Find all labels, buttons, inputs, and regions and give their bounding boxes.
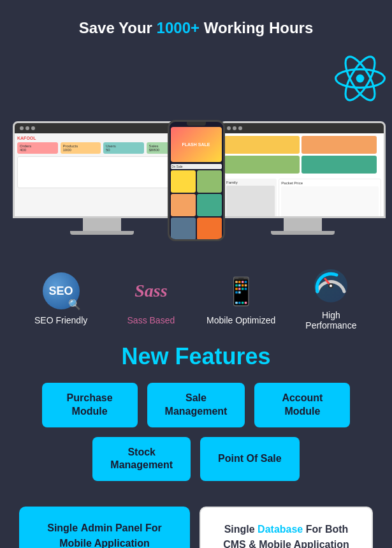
phone-app-content: FLASH SALE On Sale (170, 126, 223, 239)
feature-mobile: 📱 Mobile Optimized (206, 272, 276, 325)
feature-performance: High Performance (296, 267, 366, 330)
database-prefix: Single (224, 524, 258, 535)
monitor-base-left (70, 231, 134, 235)
mobile-icon: 📱 (222, 272, 260, 310)
monitor-screen-right: Family Packet Price (222, 133, 384, 216)
database-card: Single Database For Both CMS & Mobile Ap… (200, 507, 373, 548)
feature-mobile-label: Mobile Optimized (207, 315, 275, 325)
header-title: Save Your 1000+ Working Hours (13, 19, 379, 37)
header: Save Your 1000+ Working Hours (0, 0, 392, 43)
bottom-cards: Single Admin Panel For Mobile Applicatio… (0, 494, 392, 548)
right-card-1 (224, 136, 300, 154)
monitor-bar-right (222, 123, 384, 133)
feature-sass-label: Sass Based (127, 315, 175, 325)
admin-panel-card: Single Admin Panel For Mobile Applicatio… (19, 507, 190, 548)
monitor-screen-left: KAFOOL Orders400 Products1000 Users50 Sa… (15, 133, 189, 216)
header-title-prefix: Save Your (79, 19, 157, 36)
admin-panel-prefix: Single (47, 522, 80, 533)
monitor-stand-left (83, 218, 121, 231)
desktop-left: KAFOOL Orders400 Products1000 Users50 Sa… (13, 121, 191, 235)
phone-product-6 (197, 218, 222, 239)
phone-product-2 (197, 170, 222, 193)
database-highlight: Database (258, 524, 303, 535)
right-card-2 (301, 136, 377, 154)
account-module-button[interactable]: AccountModule (254, 383, 350, 427)
purchase-module-button[interactable]: PurchaseModule (42, 383, 138, 427)
svg-point-3 (356, 75, 365, 83)
feature-buttons-section: PurchaseModule SaleManagement AccountMod… (0, 383, 392, 494)
desktop-right: Family Packet Price (220, 121, 386, 235)
new-features-heading: New Features (0, 337, 392, 383)
monitor-stand-right (284, 218, 322, 231)
right-card-3 (224, 156, 300, 174)
performance-icon (312, 267, 350, 305)
stock-management-button[interactable]: StockManagement (92, 437, 191, 482)
phone-product-4 (197, 194, 222, 216)
header-title-suffix: Working Hours (200, 19, 313, 36)
sass-icon: Sass (132, 272, 170, 310)
monitor-left: KAFOOL Orders400 Products1000 Users50 Sa… (13, 121, 191, 218)
phone-product-1 (171, 170, 196, 193)
phone-product-5 (171, 218, 196, 239)
header-title-highlight: 1000+ (157, 19, 200, 36)
feature-performance-label: High Performance (296, 310, 366, 330)
right-card-4 (301, 156, 377, 174)
monitor-right: Family Packet Price (220, 121, 386, 218)
phone-banner: FLASH SALE (171, 127, 222, 162)
svg-point-7 (330, 285, 332, 287)
sale-management-button[interactable]: SaleManagement (147, 383, 245, 427)
react-logo (335, 53, 386, 104)
bottom-section: Single Admin Panel For Mobile Applicatio… (0, 494, 392, 548)
feature-seo: SEO SEO Friendly (26, 272, 96, 325)
phone-product-3 (171, 194, 196, 216)
phone-body: FLASH SALE On Sale (168, 120, 225, 241)
phone-mockup: FLASH SALE On Sale (168, 120, 225, 241)
feature-icons-row: SEO SEO Friendly Sass Sass Based 📱 Mobil… (0, 254, 392, 337)
seo-icon: SEO (42, 272, 80, 310)
monitor-bar-left (15, 123, 189, 133)
admin-panel-highlight: Admin Panel (81, 522, 143, 533)
feature-sass: Sass Sass Based (116, 272, 186, 325)
phone-screen: FLASH SALE On Sale (170, 122, 223, 239)
hero-section: KAFOOL Orders400 Products1000 Users50 Sa… (0, 43, 392, 254)
feature-seo-label: SEO Friendly (34, 315, 87, 325)
point-of-sale-button[interactable]: Point Of Sale (200, 437, 300, 482)
monitor-base-right (271, 231, 335, 235)
